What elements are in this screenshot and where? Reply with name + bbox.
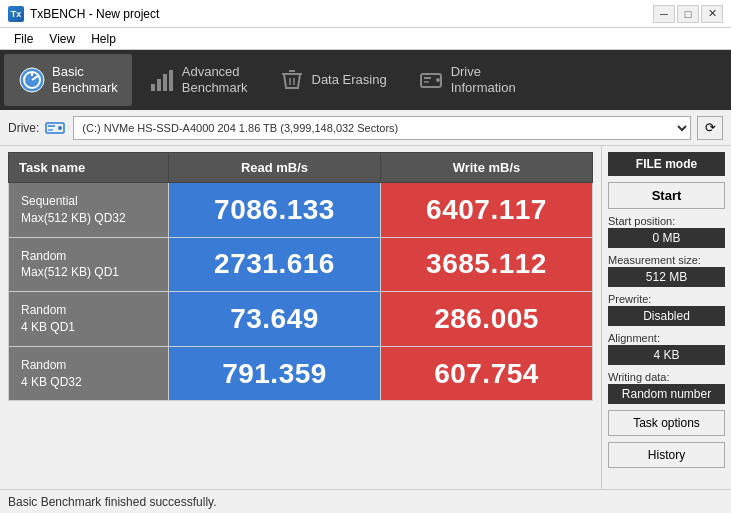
- svg-marker-8: [284, 74, 300, 88]
- read-cell-3: 791.359: [169, 346, 381, 401]
- row-label-0: SequentialMax(512 KB) QD32: [9, 183, 168, 237]
- alignment-label: Alignment:: [608, 332, 725, 344]
- start-position-section: Start position: 0 MB: [608, 215, 725, 248]
- svg-rect-6: [163, 74, 167, 91]
- row-label-2: Random4 KB QD1: [9, 292, 168, 346]
- file-mode-button[interactable]: FILE mode: [608, 152, 725, 176]
- toolbar-data-erasing[interactable]: Data Erasing: [264, 54, 401, 106]
- prewrite-value: Disabled: [608, 306, 725, 326]
- title-bar-left: Tx TxBENCH - New project: [8, 6, 159, 22]
- svg-point-18: [58, 126, 62, 130]
- menu-view[interactable]: View: [43, 30, 81, 48]
- write-value-1: 3685.112: [426, 248, 547, 279]
- writing-data-value: Random number: [608, 384, 725, 404]
- toolbar-advanced-benchmark[interactable]: Advanced Benchmark: [134, 54, 262, 106]
- drive-bar: Drive: (C:) NVMe HS-SSD-A4000 204 1.86 T…: [0, 110, 731, 146]
- read-cell-1: 2731.616: [169, 237, 381, 292]
- drive-information-icon: [417, 66, 445, 94]
- status-text: Basic Benchmark finished successfully.: [8, 495, 217, 509]
- data-erasing-label: Data Erasing: [312, 72, 387, 88]
- toolbar: Basic Benchmark Advanced Benchmark: [0, 50, 731, 110]
- writing-data-section: Writing data: Random number: [608, 371, 725, 404]
- svg-rect-5: [157, 79, 161, 91]
- read-value-3: 791.359: [222, 358, 327, 389]
- minimize-button[interactable]: ─: [653, 5, 675, 23]
- row-label-3: Random4 KB QD32: [9, 347, 168, 401]
- write-cell-1: 3685.112: [381, 237, 593, 292]
- drive-information-label: Drive Information: [451, 64, 516, 95]
- start-button[interactable]: Start: [608, 182, 725, 209]
- start-position-label: Start position:: [608, 215, 725, 227]
- toolbar-drive-information[interactable]: Drive Information: [403, 54, 530, 106]
- main-area: Task name Read mB/s Write mB/s Sequentia…: [0, 146, 731, 489]
- table-row: RandomMax(512 KB) QD1 2731.616 3685.112: [9, 237, 593, 292]
- write-cell-3: 607.754: [381, 346, 593, 401]
- table-row: Random4 KB QD32 791.359 607.754: [9, 346, 593, 401]
- read-cell-0: 7086.133: [169, 183, 381, 238]
- basic-benchmark-label: Basic Benchmark: [52, 64, 118, 95]
- read-value-1: 2731.616: [214, 248, 335, 279]
- write-cell-2: 286.005: [381, 292, 593, 347]
- table-row: Random4 KB QD1 73.649 286.005: [9, 292, 593, 347]
- menu-bar: File View Help: [0, 28, 731, 50]
- write-cell-0: 6407.117: [381, 183, 593, 238]
- bench-area: Task name Read mB/s Write mB/s Sequentia…: [0, 146, 601, 489]
- col-header-read: Read mB/s: [169, 153, 381, 183]
- read-value-2: 73.649: [230, 303, 319, 334]
- menu-file[interactable]: File: [8, 30, 39, 48]
- write-value-0: 6407.117: [426, 194, 547, 225]
- drive-icon: [45, 121, 65, 135]
- table-row: SequentialMax(512 KB) QD32 7086.133 6407…: [9, 183, 593, 238]
- row-label-1: RandomMax(512 KB) QD1: [9, 238, 168, 292]
- advanced-benchmark-label: Advanced Benchmark: [182, 64, 248, 95]
- read-value-0: 7086.133: [214, 194, 335, 225]
- menu-help[interactable]: Help: [85, 30, 122, 48]
- basic-benchmark-icon: [18, 66, 46, 94]
- maximize-button[interactable]: □: [677, 5, 699, 23]
- status-bar: Basic Benchmark finished successfully.: [0, 489, 731, 513]
- write-value-2: 286.005: [434, 303, 539, 334]
- start-position-value: 0 MB: [608, 228, 725, 248]
- read-cell-2: 73.649: [169, 292, 381, 347]
- write-value-3: 607.754: [434, 358, 539, 389]
- col-header-write: Write mB/s: [381, 153, 593, 183]
- measurement-size-label: Measurement size:: [608, 254, 725, 266]
- col-header-task: Task name: [9, 153, 169, 183]
- title-bar: Tx TxBENCH - New project ─ □ ✕: [0, 0, 731, 28]
- right-panel: FILE mode Start Start position: 0 MB Mea…: [601, 146, 731, 489]
- title-bar-controls: ─ □ ✕: [653, 5, 723, 23]
- svg-point-14: [436, 78, 440, 82]
- prewrite-section: Prewrite: Disabled: [608, 293, 725, 326]
- svg-rect-4: [151, 84, 155, 91]
- svg-rect-7: [169, 70, 173, 91]
- writing-data-label: Writing data:: [608, 371, 725, 383]
- alignment-value: 4 KB: [608, 345, 725, 365]
- window-title: TxBENCH - New project: [30, 7, 159, 21]
- prewrite-label: Prewrite:: [608, 293, 725, 305]
- history-button[interactable]: History: [608, 442, 725, 468]
- measurement-size-section: Measurement size: 512 MB: [608, 254, 725, 287]
- advanced-benchmark-icon: [148, 66, 176, 94]
- close-button[interactable]: ✕: [701, 5, 723, 23]
- data-erasing-icon: [278, 66, 306, 94]
- alignment-section: Alignment: 4 KB: [608, 332, 725, 365]
- toolbar-basic-benchmark[interactable]: Basic Benchmark: [4, 54, 132, 106]
- drive-selector[interactable]: (C:) NVMe HS-SSD-A4000 204 1.86 TB (3,99…: [73, 116, 691, 140]
- drive-label: Drive:: [8, 121, 39, 135]
- measurement-size-value: 512 MB: [608, 267, 725, 287]
- benchmark-table: Task name Read mB/s Write mB/s Sequentia…: [8, 152, 593, 401]
- task-options-button[interactable]: Task options: [608, 410, 725, 436]
- drive-refresh-button[interactable]: ⟳: [697, 116, 723, 140]
- app-icon: Tx: [8, 6, 24, 22]
